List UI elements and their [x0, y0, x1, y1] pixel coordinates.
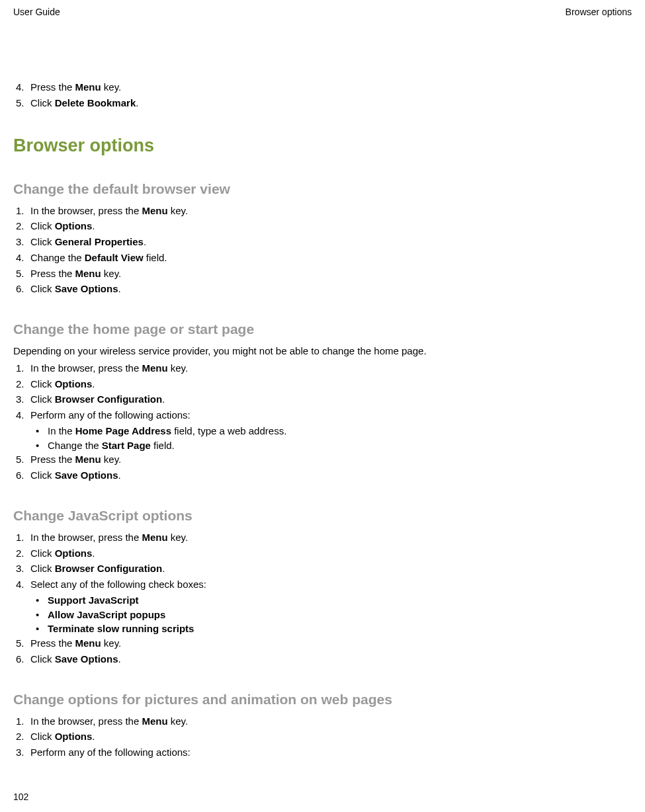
step-text: Click Options. [30, 729, 632, 744]
bold-text: Home Page Address [75, 425, 171, 436]
step-text: Press the Menu key. [30, 266, 632, 281]
step-number: 5. [16, 636, 30, 651]
step-text: Press the Menu key. [30, 80, 632, 95]
step-number: 3. [16, 235, 30, 249]
bold-text: Menu [75, 268, 101, 279]
step-text: Press the Menu key. [30, 636, 632, 651]
steps-list: 1.In the browser, press the Menu key.2.C… [13, 361, 632, 483]
step-item: 5.Press the Menu key. [16, 452, 632, 467]
page-number: 102 [13, 792, 28, 802]
bullet-mark: • [36, 438, 48, 453]
step-item: 2.Click Options. [16, 377, 632, 391]
step-text: Perform any of the following actions: [30, 408, 632, 423]
step-number: 4. [16, 577, 30, 592]
bold-text: Save Options [55, 469, 118, 481]
step-item: 2.Click Options. [16, 729, 632, 744]
steps-list: 1.In the browser, press the Menu key.2.C… [13, 530, 632, 667]
step-number: 1. [16, 204, 30, 218]
bullet-mark: • [36, 622, 48, 636]
step-item: 3.Perform any of the following actions: [16, 745, 632, 760]
bold-text: Menu [142, 362, 167, 374]
step-number: 2. [16, 546, 30, 561]
steps-list: 1.In the browser, press the Menu key.2.C… [13, 204, 632, 297]
bold-text: Menu [142, 532, 167, 543]
bold-text: Browser Configuration [55, 393, 163, 405]
step-item: 6.Click Save Options. [16, 468, 632, 483]
section-heading: Change options for pictures and animatio… [13, 692, 632, 708]
step-text: Click Save Options. [30, 468, 632, 483]
step-number: 3. [16, 745, 30, 760]
step-item: 2.Click Options. [16, 219, 632, 233]
step-number: 2. [16, 729, 30, 744]
bullet-mark: • [36, 424, 48, 438]
step-number: 1. [16, 361, 30, 376]
sections-container: Change the default browser view1.In the … [13, 181, 632, 760]
step-number: 2. [16, 377, 30, 391]
step-text: Click Save Options. [30, 282, 632, 296]
step-text: Click General Properties. [30, 235, 632, 249]
step-number: 5. [16, 452, 30, 467]
bold-text: Default View [85, 252, 144, 263]
step-number: 6. [16, 652, 30, 667]
step-number: 6. [16, 282, 30, 296]
header-left: User Guide [13, 7, 60, 17]
step-item: 4.Change the Default View field. [16, 251, 632, 265]
step-text: Click Options. [30, 377, 632, 391]
step-number: 4. [16, 251, 30, 265]
step-text: Perform any of the following actions: [30, 745, 632, 760]
bold-text: Options [55, 220, 93, 231]
step-text: Click Options. [30, 546, 632, 561]
bold-text: Menu [142, 205, 167, 216]
step-item: 6.Click Save Options. [16, 282, 632, 296]
bullet-text: Allow JavaScript popups [48, 608, 632, 622]
step-text: Click Save Options. [30, 652, 632, 667]
step-item: 1.In the browser, press the Menu key. [16, 361, 632, 376]
step-number: 3. [16, 392, 30, 407]
bold-text: Browser Configuration [55, 563, 163, 574]
bullet-item: •Change the Start Page field. [36, 438, 632, 453]
main-heading: Browser options [13, 136, 632, 156]
step-number: 2. [16, 219, 30, 233]
step-text: In the browser, press the Menu key. [30, 530, 632, 545]
bold-text: Options [55, 378, 93, 389]
bold-text: Allow JavaScript popups [48, 609, 165, 620]
step-item: 1.In the browser, press the Menu key. [16, 204, 632, 218]
steps-list: 1.In the browser, press the Menu key.2.C… [13, 714, 632, 760]
bold-text: Menu [142, 715, 167, 727]
bullet-item: •Terminate slow running scripts [36, 622, 632, 636]
bold-text: Save Options [55, 653, 118, 665]
step-number: 4. [16, 408, 30, 423]
bullet-item: •Allow JavaScript popups [36, 608, 632, 622]
step-number: 5. [16, 266, 30, 281]
bullet-text: In the Home Page Address field, type a w… [48, 424, 632, 438]
step-text: In the browser, press the Menu key. [30, 714, 632, 729]
step-text: Click Browser Configuration. [30, 561, 632, 576]
section-heading: Change JavaScript options [13, 508, 632, 524]
bold-text: Delete Bookmark [55, 97, 136, 108]
step-item: 5.Click Delete Bookmark. [16, 96, 632, 110]
step-number: 3. [16, 561, 30, 576]
step-item: 4.Press the Menu key. [16, 80, 632, 95]
bold-text: Save Options [55, 283, 118, 294]
step-text: Click Options. [30, 219, 632, 233]
step-text: In the browser, press the Menu key. [30, 361, 632, 376]
step-text: Change the Default View field. [30, 251, 632, 265]
step-number: 6. [16, 468, 30, 483]
step-number: 1. [16, 714, 30, 729]
page-content: 4.Press the Menu key.5.Click Delete Book… [13, 17, 632, 760]
section-heading: Change the home page or start page [13, 321, 632, 337]
step-item: 1.In the browser, press the Menu key. [16, 714, 632, 729]
bullet-item: •In the Home Page Address field, type a … [36, 424, 632, 438]
bold-text: Support JavaScript [48, 594, 139, 606]
bullet-mark: • [36, 593, 48, 608]
page-header: User Guide Browser options [13, 0, 632, 17]
step-text: In the browser, press the Menu key. [30, 204, 632, 218]
section-intro: Depending on your wireless service provi… [13, 344, 632, 358]
step-item: 2.Click Options. [16, 546, 632, 561]
step-item: 3.Click Browser Configuration. [16, 392, 632, 407]
step-number: 5. [16, 96, 30, 110]
bold-text: Menu [75, 637, 101, 649]
step-item: 3.Click Browser Configuration. [16, 561, 632, 576]
header-right: Browser options [566, 7, 632, 17]
bullet-text: Change the Start Page field. [48, 438, 632, 453]
